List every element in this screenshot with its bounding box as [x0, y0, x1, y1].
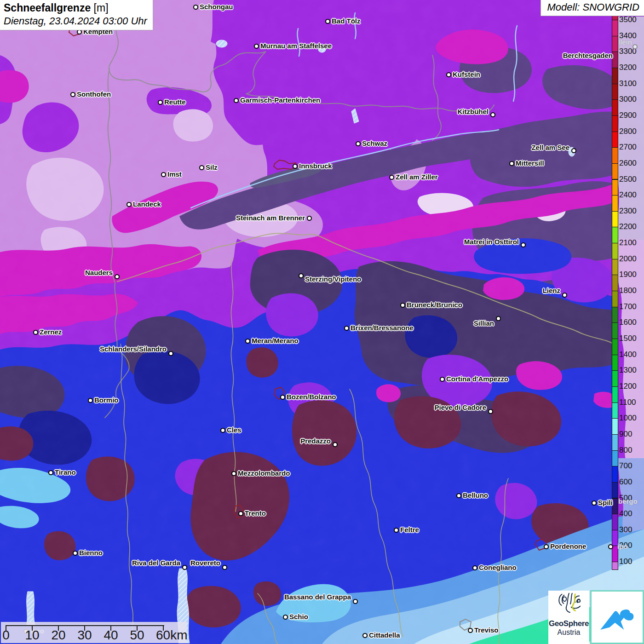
scalebar-tick-label: 0 [0, 628, 20, 643]
scalebar-tick-label: 10 [18, 628, 46, 643]
geosphere-contour-icon [556, 591, 582, 616]
geosphere-wordmark: GeoSphere [548, 619, 589, 628]
scalebar: 0102030405060km [1, 622, 187, 643]
title-box: Schneefallgrenze [m] Dienstag, 23.04.202… [0, 0, 153, 30]
scalebar-tick-label: 20 [45, 628, 72, 643]
map-title-text: Schneefallgrenze [4, 2, 91, 14]
scalebar-tick-label: 30 [71, 628, 98, 643]
map-title-unit: [m] [91, 2, 108, 14]
map-title: Schneefallgrenze [m] [4, 1, 147, 15]
snow-mountain-icon [598, 598, 637, 637]
geosphere-country: Austria [548, 628, 589, 637]
scalebar-line [6, 625, 164, 626]
snowgrid-logo [590, 590, 644, 644]
map-datetime: Dienstag, 23.04.2024 03:00 Uhr [4, 15, 147, 27]
terrain-texture [0, 0, 644, 644]
geosphere-logo: GeoSphere Austria [548, 591, 589, 644]
weather-map-screenshot: 3500340033003200310030002900280027002600… [0, 0, 644, 644]
map-canvas [0, 0, 644, 644]
scalebar-tick-label: 40 [97, 628, 125, 643]
scalebar-tick-label: 60km [156, 628, 187, 643]
scalebar-tick-label: 50 [123, 628, 151, 643]
model-label: Modell: SNOWGRID [540, 0, 644, 16]
